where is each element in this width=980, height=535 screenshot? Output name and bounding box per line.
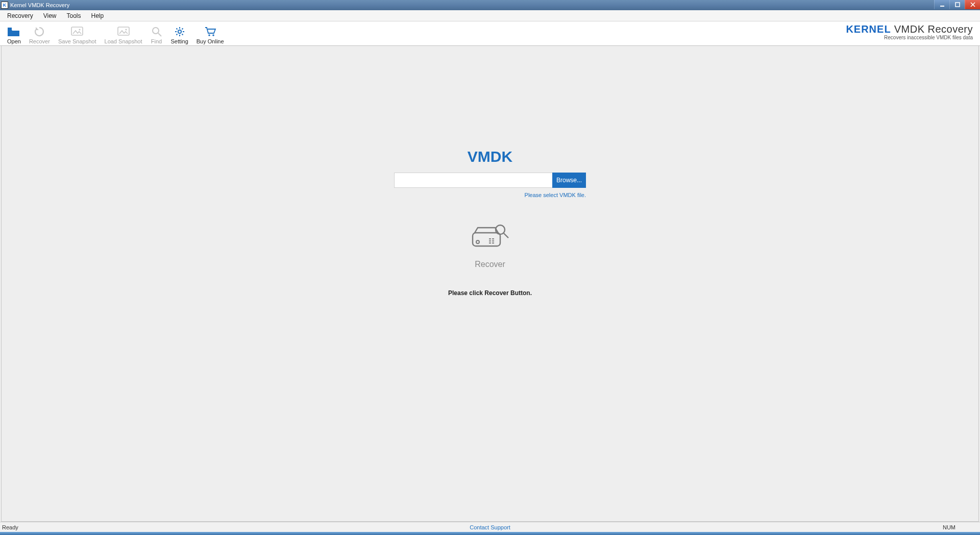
status-ready: Ready [0,524,18,530]
toolbar: Open Recover Save Snapshot Load Snapshot… [0,21,980,46]
main-area: VMDK Browse... Please select VMDK file. … [1,46,979,522]
brand-name-rest: VMDK Recovery [891,23,973,35]
gear-icon [174,25,185,38]
svg-rect-3 [71,27,83,35]
svg-rect-5 [118,27,129,35]
recover-label: Recover [475,260,505,269]
brand-tagline: Recovers inaccessible VMDK files data [846,35,973,40]
status-numlock: NUM [943,524,955,530]
recover-note: Please click Recover Button. [448,289,532,297]
toolbar-setting-label: Setting [171,38,188,44]
contact-support-link[interactable]: Contact Support [470,524,510,530]
app-icon: K [1,2,8,9]
svg-rect-2 [8,28,12,30]
titlebar: K Kernel VMDK Recovery [0,0,980,10]
recover-block: Recover [470,223,510,269]
folder-open-icon [7,25,20,38]
toolbar-recover-button: Recover [25,22,54,45]
toolbar-buy-online-label: Buy Online [197,38,224,44]
cart-icon [204,25,216,38]
maximize-button[interactable] [949,0,965,9]
select-file-hint: Please select VMDK file. [394,192,586,198]
statusbar: Ready Contact Support NUM [0,522,980,532]
window-controls [934,0,980,9]
toolbar-open-button[interactable]: Open [3,22,25,45]
svg-point-12 [476,240,479,244]
close-button[interactable] [965,0,980,9]
svg-point-4 [79,29,81,30]
toolbar-save-snapshot-label: Save Snapshot [58,38,96,44]
brand-title: KERNEL VMDK Recovery [846,23,973,35]
svg-point-9 [208,34,210,36]
menu-recovery[interactable]: Recovery [3,11,37,20]
brand-block: KERNEL VMDK Recovery Recovers inaccessib… [846,23,973,40]
minimize-button[interactable] [934,0,949,9]
svg-point-7 [153,28,159,34]
toolbar-find-button: Find [146,22,167,45]
page-heading: VMDK [468,148,512,165]
taskbar-strip [0,532,980,535]
svg-point-6 [125,29,127,30]
window-title: Kernel VMDK Recovery [10,2,69,8]
image-down-icon [71,25,83,38]
browse-button[interactable]: Browse... [552,173,586,188]
menu-tools[interactable]: Tools [62,11,85,20]
menubar: Recovery View Tools Help [0,10,980,21]
svg-point-8 [178,30,181,33]
toolbar-load-snapshot-label: Load Snapshot [105,38,142,44]
toolbar-setting-button[interactable]: Setting [167,22,192,45]
file-select-row: Browse... [394,173,586,188]
svg-rect-1 [955,3,960,7]
svg-point-10 [212,34,214,36]
toolbar-find-label: Find [151,38,162,44]
brand-name-bold: KERNEL [846,23,891,35]
toolbar-recover-label: Recover [29,38,50,44]
refresh-icon [34,25,45,38]
vmdk-path-input[interactable] [394,173,552,188]
toolbar-load-snapshot-button: Load Snapshot [101,22,146,45]
image-up-icon [117,25,130,38]
drive-search-icon [470,223,510,252]
menu-view[interactable]: View [39,11,61,20]
toolbar-buy-online-button[interactable]: Buy Online [192,22,228,45]
toolbar-save-snapshot-button: Save Snapshot [54,22,101,45]
toolbar-open-label: Open [7,38,21,44]
svg-rect-11 [473,233,500,246]
menu-help[interactable]: Help [87,11,108,20]
svg-rect-0 [940,6,944,7]
search-icon [151,25,162,38]
